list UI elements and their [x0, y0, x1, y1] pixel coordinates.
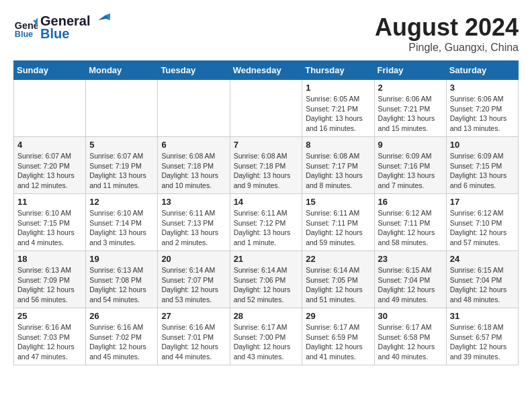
day-info: Sunrise: 6:17 AM Sunset: 6:59 PM Dayligh…: [306, 322, 370, 362]
weekday-header-wednesday: Wednesday: [230, 61, 302, 80]
calendar-table: SundayMondayTuesdayWednesdayThursdayFrid…: [13, 60, 519, 365]
day-number: 27: [161, 311, 226, 321]
calendar-cell: [158, 80, 230, 137]
day-number: 1: [306, 83, 370, 93]
day-number: 22: [306, 254, 370, 264]
calendar-cell: 17Sunrise: 6:12 AM Sunset: 7:10 PM Dayli…: [446, 194, 518, 251]
day-number: 19: [89, 254, 154, 264]
logo: General Blue General Blue: [13, 13, 110, 42]
calendar-cell: 24Sunrise: 6:15 AM Sunset: 7:04 PM Dayli…: [446, 251, 518, 308]
calendar-cell: 9Sunrise: 6:09 AM Sunset: 7:16 PM Daylig…: [374, 137, 446, 194]
day-number: 11: [17, 197, 82, 207]
calendar-week-row: 11Sunrise: 6:10 AM Sunset: 7:15 PM Dayli…: [14, 194, 519, 251]
weekday-header-saturday: Saturday: [446, 61, 518, 80]
weekday-header-friday: Friday: [374, 61, 446, 80]
day-number: 31: [450, 311, 515, 321]
day-info: Sunrise: 6:05 AM Sunset: 7:21 PM Dayligh…: [306, 94, 370, 134]
day-info: Sunrise: 6:08 AM Sunset: 7:18 PM Dayligh…: [234, 151, 299, 191]
logo-icon: General Blue: [13, 15, 38, 40]
day-number: 14: [234, 197, 299, 207]
calendar-cell: 16Sunrise: 6:12 AM Sunset: 7:11 PM Dayli…: [374, 194, 446, 251]
day-number: 7: [234, 140, 299, 150]
day-info: Sunrise: 6:07 AM Sunset: 7:19 PM Dayligh…: [89, 151, 154, 191]
day-number: 26: [89, 311, 154, 321]
day-number: 3: [450, 83, 515, 93]
calendar-cell: 14Sunrise: 6:11 AM Sunset: 7:12 PM Dayli…: [230, 194, 302, 251]
calendar-cell: [230, 80, 302, 137]
day-info: Sunrise: 6:14 AM Sunset: 7:07 PM Dayligh…: [161, 265, 226, 305]
day-info: Sunrise: 6:09 AM Sunset: 7:15 PM Dayligh…: [450, 151, 515, 191]
calendar-cell: 10Sunrise: 6:09 AM Sunset: 7:15 PM Dayli…: [446, 137, 518, 194]
day-info: Sunrise: 6:10 AM Sunset: 7:15 PM Dayligh…: [17, 208, 82, 248]
day-number: 9: [378, 140, 443, 150]
calendar-cell: 15Sunrise: 6:11 AM Sunset: 7:11 PM Dayli…: [302, 194, 374, 251]
calendar-cell: 2Sunrise: 6:06 AM Sunset: 7:21 PM Daylig…: [374, 80, 446, 137]
day-info: Sunrise: 6:12 AM Sunset: 7:10 PM Dayligh…: [450, 208, 515, 248]
day-number: 4: [17, 140, 82, 150]
day-info: Sunrise: 6:16 AM Sunset: 7:02 PM Dayligh…: [89, 322, 154, 362]
day-info: Sunrise: 6:16 AM Sunset: 7:03 PM Dayligh…: [17, 322, 82, 362]
day-info: Sunrise: 6:11 AM Sunset: 7:13 PM Dayligh…: [161, 208, 226, 248]
calendar-cell: 6Sunrise: 6:08 AM Sunset: 7:18 PM Daylig…: [158, 137, 230, 194]
day-info: Sunrise: 6:13 AM Sunset: 7:09 PM Dayligh…: [17, 265, 82, 305]
calendar-cell: 19Sunrise: 6:13 AM Sunset: 7:08 PM Dayli…: [86, 251, 158, 308]
day-number: 15: [306, 197, 370, 207]
weekday-header-row: SundayMondayTuesdayWednesdayThursdayFrid…: [14, 61, 519, 80]
day-info: Sunrise: 6:17 AM Sunset: 6:58 PM Dayligh…: [378, 322, 443, 362]
day-number: 21: [234, 254, 299, 264]
weekday-header-thursday: Thursday: [302, 61, 374, 80]
day-info: Sunrise: 6:07 AM Sunset: 7:20 PM Dayligh…: [17, 151, 82, 191]
day-info: Sunrise: 6:06 AM Sunset: 7:20 PM Dayligh…: [450, 94, 515, 134]
logo-bird-icon: [91, 13, 110, 26]
day-number: 12: [89, 197, 154, 207]
day-info: Sunrise: 6:16 AM Sunset: 7:01 PM Dayligh…: [161, 322, 226, 362]
calendar-cell: 13Sunrise: 6:11 AM Sunset: 7:13 PM Dayli…: [158, 194, 230, 251]
day-info: Sunrise: 6:09 AM Sunset: 7:16 PM Dayligh…: [378, 151, 443, 191]
calendar-cell: 27Sunrise: 6:16 AM Sunset: 7:01 PM Dayli…: [158, 308, 230, 365]
day-number: 2: [378, 83, 443, 93]
calendar-cell: [14, 80, 86, 137]
calendar-cell: [86, 80, 158, 137]
day-info: Sunrise: 6:15 AM Sunset: 7:04 PM Dayligh…: [450, 265, 515, 305]
calendar-cell: 11Sunrise: 6:10 AM Sunset: 7:15 PM Dayli…: [14, 194, 86, 251]
title-block: August 2024 Pingle, Guangxi, China: [375, 13, 519, 54]
day-info: Sunrise: 6:15 AM Sunset: 7:04 PM Dayligh…: [378, 265, 443, 305]
calendar-cell: 29Sunrise: 6:17 AM Sunset: 6:59 PM Dayli…: [302, 308, 374, 365]
calendar-cell: 8Sunrise: 6:08 AM Sunset: 7:17 PM Daylig…: [302, 137, 374, 194]
day-info: Sunrise: 6:18 AM Sunset: 6:57 PM Dayligh…: [450, 322, 515, 362]
day-number: 16: [378, 197, 443, 207]
day-number: 5: [89, 140, 154, 150]
day-number: 17: [450, 197, 515, 207]
day-number: 25: [17, 311, 82, 321]
day-info: Sunrise: 6:11 AM Sunset: 7:11 PM Dayligh…: [306, 208, 370, 248]
calendar-cell: 5Sunrise: 6:07 AM Sunset: 7:19 PM Daylig…: [86, 137, 158, 194]
calendar-cell: 26Sunrise: 6:16 AM Sunset: 7:02 PM Dayli…: [86, 308, 158, 365]
calendar-cell: 7Sunrise: 6:08 AM Sunset: 7:18 PM Daylig…: [230, 137, 302, 194]
calendar-cell: 31Sunrise: 6:18 AM Sunset: 6:57 PM Dayli…: [446, 308, 518, 365]
weekday-header-monday: Monday: [86, 61, 158, 80]
calendar-cell: 25Sunrise: 6:16 AM Sunset: 7:03 PM Dayli…: [14, 308, 86, 365]
day-info: Sunrise: 6:08 AM Sunset: 7:18 PM Dayligh…: [161, 151, 226, 191]
page-header: General Blue General Blue August 2024 Pi…: [13, 13, 519, 54]
calendar-cell: 23Sunrise: 6:15 AM Sunset: 7:04 PM Dayli…: [374, 251, 446, 308]
calendar-cell: 1Sunrise: 6:05 AM Sunset: 7:21 PM Daylig…: [302, 80, 374, 137]
day-info: Sunrise: 6:14 AM Sunset: 7:05 PM Dayligh…: [306, 265, 370, 305]
calendar-cell: 28Sunrise: 6:17 AM Sunset: 7:00 PM Dayli…: [230, 308, 302, 365]
day-info: Sunrise: 6:12 AM Sunset: 7:11 PM Dayligh…: [378, 208, 443, 248]
day-number: 29: [306, 311, 370, 321]
calendar-week-row: 1Sunrise: 6:05 AM Sunset: 7:21 PM Daylig…: [14, 80, 519, 137]
calendar-week-row: 4Sunrise: 6:07 AM Sunset: 7:20 PM Daylig…: [14, 137, 519, 194]
day-number: 10: [450, 140, 515, 150]
day-number: 20: [161, 254, 226, 264]
day-info: Sunrise: 6:17 AM Sunset: 7:00 PM Dayligh…: [234, 322, 299, 362]
calendar-cell: 22Sunrise: 6:14 AM Sunset: 7:05 PM Dayli…: [302, 251, 374, 308]
day-info: Sunrise: 6:11 AM Sunset: 7:12 PM Dayligh…: [234, 208, 299, 248]
calendar-cell: 12Sunrise: 6:10 AM Sunset: 7:14 PM Dayli…: [86, 194, 158, 251]
calendar-cell: 21Sunrise: 6:14 AM Sunset: 7:06 PM Dayli…: [230, 251, 302, 308]
day-number: 23: [378, 254, 443, 264]
location-subtitle: Pingle, Guangxi, China: [375, 42, 519, 54]
month-year-title: August 2024: [375, 13, 519, 42]
calendar-cell: 20Sunrise: 6:14 AM Sunset: 7:07 PM Dayli…: [158, 251, 230, 308]
day-info: Sunrise: 6:08 AM Sunset: 7:17 PM Dayligh…: [306, 151, 370, 191]
weekday-header-tuesday: Tuesday: [158, 61, 230, 80]
